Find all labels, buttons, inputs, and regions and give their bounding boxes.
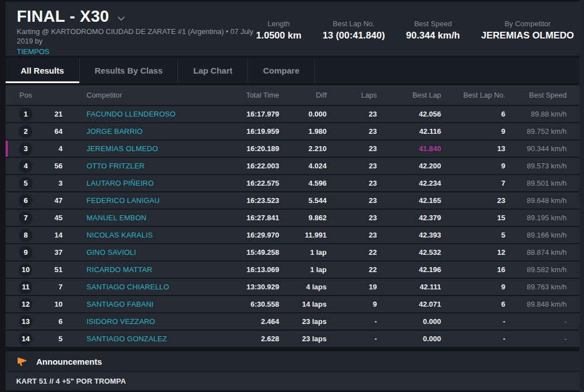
laps-cell: 23 xyxy=(327,162,377,170)
position-cell: 2 xyxy=(6,125,46,138)
tab-results-by-class[interactable]: Results By Class xyxy=(80,58,179,83)
session-title-block: FINAL - X30 Karting @ KARTODROMO CIUDAD … xyxy=(17,7,256,56)
tab-lap-chart[interactable]: Lap Chart xyxy=(178,58,248,83)
competitor-link[interactable]: GINO SAVIOLI xyxy=(87,248,136,257)
best-lap-cell: 42.200 xyxy=(377,162,441,170)
competitor-link[interactable]: NICOLAS KARALIS xyxy=(87,231,153,239)
best-lap-no-cell: 9 xyxy=(441,127,505,135)
kart-number: 4 xyxy=(46,144,63,153)
tab-all-results[interactable]: All Results xyxy=(6,58,80,83)
table-row[interactable]: 11 7 SANTIAGO CHIARELLO 13:30.929 4 laps… xyxy=(6,279,580,295)
col-diff: Diff xyxy=(279,91,327,99)
table-row[interactable]: 1 21 FACUNDO LLENDEROSO 16:17.979 0.000 … xyxy=(6,106,580,122)
laps-cell: - xyxy=(327,317,377,326)
position-badge: 1 xyxy=(19,108,32,121)
position-badge: 4 xyxy=(19,159,32,173)
competitor-cell: SANTIAGO GONZALEZ xyxy=(63,335,201,343)
chevron-down-icon[interactable] xyxy=(116,13,126,23)
tab-compare[interactable]: Compare xyxy=(248,58,315,83)
position-badge: 9 xyxy=(19,246,32,259)
session-selector[interactable]: FINAL - X30 xyxy=(17,7,256,26)
best-lap-no-cell: 6 xyxy=(441,110,505,118)
best-lap-cell: 0.000 xyxy=(377,335,441,343)
competitor-link[interactable]: MANUEL EMBON xyxy=(87,214,146,222)
total-time-cell: 16:17.979 xyxy=(201,110,279,118)
table-row[interactable]: 4 56 OTTO FRITZLER 16:22.003 4.024 23 42… xyxy=(6,158,580,174)
best-speed-cell: 89.88 km/h xyxy=(505,110,580,118)
diff-cell: 23 laps xyxy=(279,317,327,326)
competitor-link[interactable]: FEDERICO LANIGAU xyxy=(87,196,160,205)
competitor-link[interactable]: FACUNDO LLENDEROSO xyxy=(87,110,176,118)
competitor-link[interactable]: OTTO FRITZLER xyxy=(87,162,145,170)
position-cell: 8 xyxy=(6,229,46,242)
best-lap-cell: 42.393 xyxy=(377,231,441,239)
laps-cell: 23 xyxy=(327,179,377,187)
stat-length: Length 1.0500 km xyxy=(256,20,301,56)
kart-number: 56 xyxy=(46,162,63,170)
best-speed-cell: 89.752 km/h xyxy=(505,127,580,135)
megaphone-icon xyxy=(16,356,28,367)
competitor-cell: FEDERICO LANIGAU xyxy=(63,196,201,205)
competitor-link[interactable]: SANTIAGO GONZALEZ xyxy=(87,335,167,343)
col-best-lap-no: Best Lap No. xyxy=(441,91,505,99)
scrollbar-track[interactable] xyxy=(580,0,584,392)
tiempos-link[interactable]: TIEMPOS xyxy=(17,47,50,56)
diff-cell: 0.000 xyxy=(279,110,327,118)
announcement-item: KART 51 // 4 +5" POR TROMPA xyxy=(6,372,580,390)
table-row[interactable]: 14 5 SANTIAGO GONZALEZ 2.628 23 laps - 0… xyxy=(6,331,580,347)
competitor-link[interactable]: RICARDO MATTAR xyxy=(87,265,152,274)
stat-value: 90.344 km/h xyxy=(406,30,459,41)
total-time-cell: 16:22.575 xyxy=(201,179,279,187)
competitor-link[interactable]: ISIDORO VEZZARO xyxy=(87,317,155,326)
best-speed-cell: - xyxy=(505,335,580,343)
total-time-cell: 15:49.258 xyxy=(201,248,279,257)
competitor-link[interactable]: JORGE BARRIO xyxy=(87,127,143,135)
kart-number: 21 xyxy=(46,110,63,118)
competitor-cell: FACUNDO LLENDEROSO xyxy=(63,110,201,118)
col-total-time: Total Time xyxy=(201,91,279,99)
competitor-cell: GINO SAVIOLI xyxy=(63,248,201,257)
table-row[interactable]: 12 10 SANTIAGO FABANI 6:30.558 14 laps 9… xyxy=(6,296,580,312)
session-stats: Length 1.0500 km Best Lap No. 13 (00:41.… xyxy=(256,20,574,56)
table-row[interactable]: 13 6 ISIDORO VEZZARO 2.464 23 laps - 0.0… xyxy=(6,313,580,330)
table-row[interactable]: 7 45 MANUEL EMBON 16:27.841 9.862 23 42.… xyxy=(6,210,580,226)
best-lap-cell: 42.071 xyxy=(377,300,441,308)
competitor-link[interactable]: JEREMIAS OLMEDO xyxy=(87,144,158,153)
table-row[interactable]: 8 14 NICOLAS KARALIS 16:29.970 11.991 23… xyxy=(6,227,580,243)
competitor-link[interactable]: SANTIAGO FABANI xyxy=(87,300,154,308)
best-speed-cell: 88.874 km/h xyxy=(505,248,580,257)
position-cell: 4 xyxy=(6,159,46,173)
total-time-cell: 13:30.929 xyxy=(201,283,279,291)
kart-number: 47 xyxy=(46,196,63,205)
position-cell: 9 xyxy=(6,246,46,259)
best-speed-cell: 89.848 km/h xyxy=(505,300,580,308)
stat-value: JEREMIAS OLMEDO xyxy=(481,30,574,41)
announcements-title: Announcements xyxy=(36,357,102,366)
session-subtitle: Karting @ KARTODROMO CIUDAD DE ZARATE #1… xyxy=(17,27,256,46)
competitor-link[interactable]: LAUTARO PIÑEIRO xyxy=(87,179,154,187)
table-row[interactable]: 5 3 LAUTARO PIÑEIRO 16:22.575 4.596 23 4… xyxy=(6,175,580,191)
results-rows: 1 21 FACUNDO LLENDEROSO 16:17.979 0.000 … xyxy=(6,106,580,347)
table-row[interactable]: 9 37 GINO SAVIOLI 15:49.258 1 lap 22 42.… xyxy=(6,244,580,260)
diff-cell: 4 laps xyxy=(279,283,327,291)
position-cell: 10 xyxy=(6,263,46,277)
tab-bar: All Results Results By Class Lap Chart C… xyxy=(6,58,580,83)
table-row[interactable]: 6 47 FEDERICO LANIGAU 16:23.523 5.544 23… xyxy=(6,192,580,209)
kart-number: 51 xyxy=(46,265,63,274)
table-row[interactable]: 2 64 JORGE BARRIO 16:19.959 1.980 23 42.… xyxy=(6,123,580,139)
best-speed-cell: 89.582 km/h xyxy=(505,265,580,274)
laps-cell: 23 xyxy=(327,196,377,205)
stat-by-competitor: By Competitor JEREMIAS OLMEDO xyxy=(481,20,574,56)
diff-cell: 2.210 xyxy=(279,144,327,153)
competitor-link[interactable]: SANTIAGO CHIARELLO xyxy=(87,283,169,291)
best-lap-no-cell: 12 xyxy=(441,248,505,257)
best-speed-cell: 89.195 km/h xyxy=(505,214,580,222)
position-badge: 7 xyxy=(19,211,32,225)
table-row[interactable]: 3 4 JEREMIAS OLMEDO 16:20.189 2.210 23 4… xyxy=(6,141,580,157)
position-cell: 13 xyxy=(6,315,46,328)
laps-cell: 23 xyxy=(327,110,377,118)
diff-cell: 1 lap xyxy=(279,265,327,274)
stat-value: 13 (00:41.840) xyxy=(323,30,385,41)
table-row[interactable]: 10 51 RICARDO MATTAR 16:13.069 1 lap 22 … xyxy=(6,262,580,278)
col-best-speed: Best Speed xyxy=(505,91,580,99)
